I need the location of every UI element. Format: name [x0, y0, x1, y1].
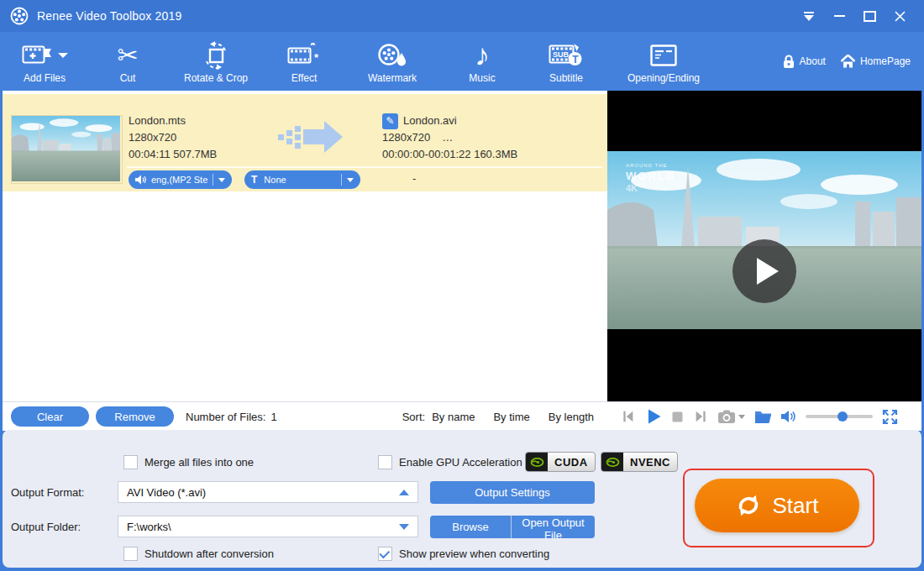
target-duration-size: 00:00:00-00:01:22 160.3MB	[382, 146, 517, 163]
volume-button[interactable]	[781, 410, 796, 423]
video-watermark: AROUND THE WORLD 4K	[626, 163, 675, 195]
fullscreen-button[interactable]	[882, 409, 898, 425]
output-folder-value: F:\works\	[127, 521, 171, 533]
file-row[interactable]: London.mts 1280x720 00:04:11 507.7MB ✎ L…	[3, 94, 607, 191]
about-button[interactable]: About	[783, 55, 826, 69]
clear-button[interactable]: Clear	[11, 406, 89, 427]
maximize-button[interactable]	[857, 5, 882, 27]
nvenc-label: NVENC	[623, 453, 677, 471]
subtitle-button[interactable]: SUB T Subtitle	[522, 32, 610, 91]
volume-icon	[781, 410, 796, 423]
cut-button[interactable]: ✂ Cut	[89, 32, 166, 91]
effect-icon: * *	[287, 43, 321, 68]
snapshot-button[interactable]	[717, 409, 745, 424]
checkbox-unchecked-icon[interactable]	[378, 455, 392, 469]
rotate-crop-icon	[201, 41, 231, 70]
main-toolbar: Add Files ✂ Cut Rotate & Crop * *	[0, 32, 924, 91]
output-folder-dropdown[interactable]: F:\works\	[118, 516, 418, 537]
output-settings-button[interactable]: Output Settings	[430, 481, 595, 504]
source-info: London.mts 1280x720 00:04:11 507.7MB	[129, 113, 217, 163]
play-icon	[645, 408, 662, 425]
file-count-value: 1	[270, 411, 276, 423]
subtitle-track-dropdown[interactable]: T None	[244, 170, 360, 189]
subtitle-t-icon: T	[251, 174, 257, 186]
target-resolution: 1280x720	[382, 129, 430, 146]
file-thumbnail	[11, 115, 123, 184]
cuda-badge: CUDA	[525, 452, 596, 472]
add-files-caret-icon	[58, 53, 68, 58]
close-button[interactable]	[887, 5, 912, 27]
about-label: About	[800, 55, 826, 67]
checkbox-unchecked-icon[interactable]	[123, 455, 138, 469]
add-files-icon	[22, 44, 54, 67]
target-info: ✎ London.avi 1280x720 … 00:00:00-00:01:2…	[382, 113, 517, 163]
nvidia-logo-icon	[601, 453, 623, 471]
source-resolution: 1280x720	[129, 129, 217, 146]
music-button[interactable]: ♪ Music	[442, 32, 522, 91]
stop-button[interactable]	[671, 411, 684, 423]
svg-text:SUB: SUB	[553, 50, 570, 58]
gpu-acceleration-label: Enable GPU Acceleration	[399, 456, 522, 469]
volume-slider[interactable]	[806, 415, 873, 418]
target-more-button[interactable]: …	[442, 129, 453, 146]
effect-button[interactable]: * * Effect	[265, 32, 343, 91]
title-bar: Renee Video Toolbox 2019	[0, 0, 924, 32]
show-preview-checkbox[interactable]: Show preview when converting	[378, 547, 549, 561]
snapshot-caret-icon	[738, 415, 745, 419]
opening-ending-button[interactable]: Opening/Ending	[610, 32, 717, 91]
output-format-label: Output Format:	[11, 486, 84, 499]
shutdown-checkbox[interactable]: Shutdown after conversion	[123, 547, 274, 561]
close-icon	[895, 11, 906, 22]
skip-back-button[interactable]	[621, 409, 636, 424]
sort-by-time[interactable]: By time	[493, 411, 529, 423]
play-overlay-button[interactable]	[732, 239, 796, 303]
lock-icon	[783, 55, 795, 69]
file-list: London.mts 1280x720 00:04:11 507.7MB ✎ L…	[3, 91, 607, 401]
source-duration-size: 00:04:11 507.7MB	[129, 146, 217, 163]
minimize-button[interactable]	[827, 5, 852, 27]
homepage-button[interactable]: HomePage	[841, 55, 911, 68]
player-controls	[607, 408, 921, 425]
sort-by-name[interactable]: By name	[432, 411, 475, 423]
volume-thumb[interactable]	[837, 411, 848, 422]
chevron-up-icon	[399, 490, 409, 495]
minimize-icon	[834, 15, 845, 17]
skip-next-button[interactable]	[693, 409, 708, 424]
convert-refresh-icon	[736, 493, 761, 518]
open-output-file-button[interactable]: Open Output File	[512, 516, 595, 538]
edit-icon[interactable]: ✎	[382, 113, 398, 129]
checkbox-unchecked-icon[interactable]	[123, 547, 138, 561]
menu-caret-button[interactable]	[796, 5, 822, 27]
main-content: London.mts 1280x720 00:04:11 507.7MB ✎ L…	[3, 91, 921, 401]
source-name: London.mts	[129, 113, 217, 129]
rotate-crop-button[interactable]: Rotate & Crop	[166, 32, 265, 91]
cut-icon: ✂	[117, 43, 138, 68]
add-files-button[interactable]: Add Files	[0, 32, 89, 91]
sort-by-length[interactable]: By length	[549, 411, 594, 423]
opening-ending-icon	[650, 44, 677, 67]
checkbox-checked-icon[interactable]	[378, 547, 392, 561]
play-overlay-icon	[757, 258, 779, 285]
maximize-icon	[864, 11, 876, 22]
start-button[interactable]: Start	[695, 479, 859, 532]
merge-files-checkbox[interactable]: Merge all files into one	[123, 455, 254, 469]
output-format-dropdown[interactable]: AVI Video (*.avi)	[118, 481, 418, 503]
speaker-icon	[135, 175, 146, 185]
chevron-down-icon	[399, 524, 409, 530]
shutdown-label: Shutdown after conversion	[144, 547, 274, 560]
output-settings-panel: Merge all files into one Enable GPU Acce…	[3, 430, 921, 568]
watermark-button[interactable]: Watermark	[343, 32, 442, 91]
homepage-label: HomePage	[860, 55, 911, 67]
video-frame: AROUND THE WORLD 4K	[607, 151, 921, 329]
remove-button[interactable]: Remove	[96, 406, 174, 427]
stop-icon	[671, 411, 684, 423]
play-button[interactable]	[645, 408, 662, 425]
browse-button[interactable]: Browse	[430, 516, 512, 538]
open-folder-button[interactable]	[754, 410, 772, 424]
convert-arrow-icon	[278, 121, 343, 153]
audio-track-dropdown[interactable]: eng,(MP2 Ste	[129, 170, 232, 189]
gpu-acceleration-checkbox[interactable]: Enable GPU Acceleration	[378, 455, 522, 469]
svg-text:T: T	[572, 53, 579, 65]
camera-icon	[717, 409, 736, 424]
skip-back-icon	[621, 409, 636, 424]
